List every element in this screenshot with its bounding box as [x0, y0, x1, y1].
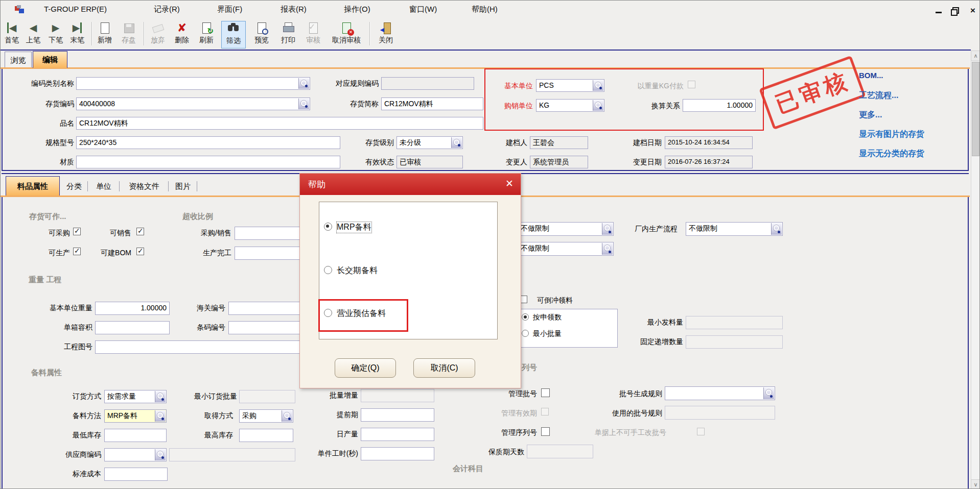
min-lot-radio[interactable] [522, 330, 529, 337]
scroll-down-button[interactable]: ∨ [971, 479, 980, 489]
tab-image[interactable]: 图片 [170, 179, 196, 193]
tab-qualification-files[interactable]: 资格文件 [121, 179, 167, 193]
mrp-prep-label[interactable]: MRP备料 [337, 222, 371, 233]
restriction-field-2[interactable]: 不做限制 [518, 242, 614, 256]
bom-allowed-checkbox[interactable] [136, 248, 144, 255]
max-stock-field[interactable] [239, 429, 293, 442]
unit-time-field[interactable] [361, 447, 434, 460]
inv-abbr-field[interactable]: CR12MOV精料 [381, 97, 483, 110]
restriction-field-1[interactable]: 不做限制 [518, 222, 614, 236]
code-type-field[interactable] [76, 77, 310, 90]
toolbar-refresh-button[interactable]: ↻刷新 [196, 21, 217, 48]
box-volume-field[interactable] [95, 321, 170, 334]
toolbar-prev-button[interactable]: ◀上笔 [23, 21, 43, 48]
menu-help[interactable]: 帮助(H) [472, 5, 498, 14]
prep-method-field[interactable]: MRP备料 [104, 409, 167, 423]
level-field[interactable]: 未分级 [396, 136, 463, 149]
dialog-titlebar[interactable] [300, 174, 521, 195]
manage-serial-checkbox[interactable] [541, 427, 550, 436]
tab-edit[interactable]: 编辑 [33, 51, 67, 68]
prev-record-icon: ◀ [27, 21, 40, 35]
toolbar-new-button[interactable]: 新增 [95, 21, 115, 48]
creator-field: 王碧会 [530, 136, 588, 149]
producible-checkbox[interactable] [73, 248, 81, 255]
lookup-icon[interactable] [602, 243, 613, 255]
manage-batch-checkbox[interactable] [541, 388, 550, 397]
preview-icon [255, 21, 268, 35]
lookup-icon[interactable] [155, 391, 166, 402]
name-field[interactable]: CR12MOV精料 [76, 117, 483, 130]
ratio-field[interactable]: 1.00000 [683, 99, 756, 112]
min-stock-field[interactable] [104, 429, 167, 442]
restore-button[interactable] [950, 6, 961, 15]
link-show-unclassified[interactable]: 显示无分类的存货 [859, 149, 974, 159]
menu-record[interactable]: 记录(R) [154, 5, 180, 14]
lookup-icon[interactable] [451, 137, 462, 148]
acquire-mode-field[interactable]: 采购 [239, 409, 293, 423]
dialog-close-icon[interactable]: ✕ [505, 178, 514, 189]
minimize-icon [936, 12, 942, 13]
toolbar-print-button[interactable]: 打印 [277, 21, 299, 48]
lookup-icon[interactable] [763, 387, 774, 399]
tab-classification[interactable]: 分类 [62, 179, 86, 193]
link-process-flow[interactable]: 工艺流程... [859, 90, 974, 101]
mrp-prep-radio[interactable] [324, 223, 332, 231]
menu-file[interactable]: T-GROUP ERP(E) [44, 5, 107, 13]
toolbar-preview-button[interactable]: 预览 [250, 21, 273, 48]
ok-button[interactable]: 确定(Q) [335, 358, 396, 378]
menu-action[interactable]: 操作(O) [344, 5, 370, 14]
inv-code-field[interactable]: 400400008 [76, 97, 310, 110]
toolbar-last-button[interactable]: ▶末笔 [67, 21, 87, 48]
lookup-icon[interactable] [155, 449, 166, 460]
minimize-button[interactable] [934, 6, 945, 15]
tab-divider [168, 181, 169, 191]
lookup-icon[interactable] [593, 100, 603, 111]
unit-weight-field[interactable]: 1.00000 [95, 302, 170, 315]
scroll-up-button[interactable]: ∧ [971, 51, 980, 61]
toolbar-unaudit-button[interactable]: ✕取消审核 [328, 21, 365, 48]
menu-ui[interactable]: 界面(F) [217, 5, 242, 14]
tab-unit[interactable]: 单位 [89, 179, 118, 193]
long-lead-prep-label[interactable]: 长交期备料 [337, 265, 378, 276]
sellable-checkbox[interactable] [136, 228, 144, 235]
cancel-button[interactable]: 取消(C) [413, 358, 475, 378]
lookup-icon[interactable] [282, 410, 292, 422]
lookup-icon[interactable] [298, 99, 309, 109]
factory-flow-field[interactable]: 不做限制 [686, 222, 783, 236]
toolbar-separator [369, 22, 370, 45]
delete-x-icon: ✘ [175, 21, 189, 35]
toolbar-next-button[interactable]: ▶下笔 [45, 21, 66, 48]
supplier-code-field[interactable] [104, 448, 167, 461]
link-more[interactable]: 更多... [859, 110, 974, 120]
by-request-radio[interactable] [522, 313, 529, 321]
std-cost-field[interactable] [104, 468, 168, 481]
toolbar-first-button[interactable]: ◀首笔 [2, 21, 22, 48]
order-mode-field[interactable]: 按需求量 [104, 390, 167, 403]
tab-item-properties[interactable]: 料品属性 [6, 176, 60, 195]
link-bom[interactable]: BOM... [859, 71, 974, 80]
lookup-icon[interactable] [771, 223, 782, 235]
lead-time-field[interactable] [361, 408, 434, 422]
panel-border [2, 69, 3, 170]
toolbar-separator [144, 22, 144, 45]
tab-browse[interactable]: 浏览 [5, 52, 32, 67]
batch-rule-field[interactable] [665, 386, 775, 400]
toolbar-filter-button[interactable]: 筛选 [221, 21, 246, 48]
lookup-icon[interactable] [602, 223, 613, 235]
long-lead-prep-radio[interactable] [324, 266, 332, 274]
scrollbar-thumb[interactable] [972, 62, 979, 156]
toolbar-delete-button[interactable]: ✘删除 [171, 21, 193, 48]
toolbar-close-button[interactable]: ◄关闭 [375, 21, 397, 48]
material-field[interactable] [76, 156, 340, 168]
menu-window[interactable]: 窗口(W) [409, 5, 437, 14]
base-unit-field[interactable]: PCS [536, 79, 604, 92]
daily-output-field[interactable] [361, 428, 434, 441]
link-show-with-image[interactable]: 显示有图片的存货 [859, 129, 974, 140]
close-window-button[interactable]: × [967, 6, 978, 15]
spec-field[interactable]: 250*240*35 [76, 136, 340, 149]
trade-unit-field[interactable]: KG [536, 99, 604, 112]
purchasable-checkbox[interactable] [73, 228, 81, 235]
lookup-icon[interactable] [593, 80, 603, 91]
lookup-icon[interactable] [155, 410, 166, 422]
menu-report[interactable]: 报表(R) [281, 5, 307, 14]
